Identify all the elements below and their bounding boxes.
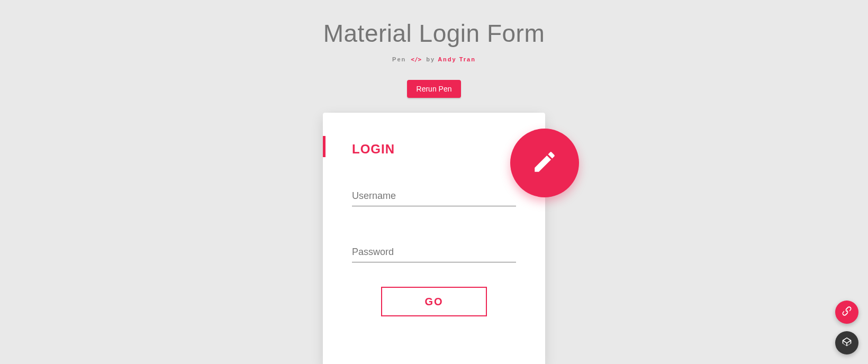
share-link-button[interactable] [835,301,858,324]
link-icon [842,306,852,319]
username-field [352,187,516,206]
side-actions [835,301,858,354]
password-field [352,243,516,262]
author-link[interactable]: Andy Tran [438,56,476,62]
submit-button[interactable]: GO [381,287,487,316]
rerun-pen-button[interactable]: Rerun Pen [407,80,462,98]
page-title: Material Login Form [0,0,868,48]
login-card: LOGIN GO [323,113,545,364]
byline: Pen </> by Andy Tran [0,56,868,63]
username-input[interactable] [352,187,516,206]
byline-by: by [426,56,435,62]
login-card-stage: LOGIN GO [323,113,545,364]
byline-prefix: Pen [392,56,406,62]
pencil-icon [531,149,558,177]
password-input[interactable] [352,243,516,262]
codepen-button[interactable] [835,331,858,354]
register-fab[interactable] [510,129,579,197]
card-title: LOGIN [352,142,516,157]
code-icon: </> [409,56,423,63]
codepen-icon [842,336,852,349]
